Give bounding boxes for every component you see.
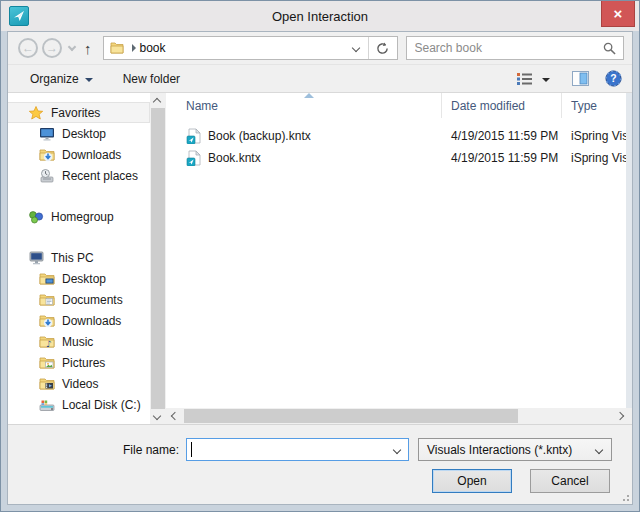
file-date: 4/19/2015 11:59 PM: [442, 129, 562, 143]
navigation-bar: ← → ↑ book: [8, 32, 632, 65]
sidebar-item-label: Desktop: [62, 272, 106, 286]
file-date: 4/19/2015 11:59 PM: [442, 151, 562, 165]
sidebar-item-homegroup[interactable]: Homegroup: [8, 206, 150, 227]
file-list: Name Date modified Type: [166, 93, 632, 424]
folder-icon: [109, 40, 125, 56]
sidebar-spacer: [8, 227, 150, 247]
file-name-input[interactable]: [187, 439, 408, 460]
sidebar-item-favorites[interactable]: Favorites: [8, 102, 150, 123]
sidebar-item-label: Downloads: [62, 148, 121, 162]
homegroup-icon: [28, 209, 44, 225]
column-header-type[interactable]: Type: [562, 93, 632, 118]
back-button[interactable]: ←: [18, 38, 38, 58]
sidebar-scrollbar[interactable]: [150, 93, 166, 424]
vertical-scrollbar-track[interactable]: [626, 93, 632, 408]
search-input[interactable]: [407, 37, 624, 59]
breadcrumb-location[interactable]: book: [140, 41, 166, 55]
videos-icon: [39, 376, 55, 392]
scroll-right-icon[interactable]: [616, 412, 624, 420]
star-icon: [28, 105, 44, 121]
scroll-down-icon[interactable]: [153, 412, 161, 420]
command-toolbar: Organize New folder: [8, 65, 632, 93]
sidebar-item-label: Music: [62, 335, 93, 349]
sort-ascending-icon: [304, 93, 314, 98]
sidebar-item-local-disk[interactable]: Local Disk (C:): [8, 394, 150, 415]
sidebar-item-label: Local Disk (C:): [62, 398, 141, 412]
address-dropdown-icon[interactable]: [351, 44, 359, 52]
sidebar-item-music[interactable]: ♪ Music: [8, 331, 150, 352]
computer-icon: [28, 250, 44, 266]
sidebar-item-label: Desktop: [62, 127, 106, 141]
preview-pane-icon: [572, 71, 589, 86]
change-view-button[interactable]: [517, 72, 550, 85]
documents-icon: [39, 292, 55, 308]
sidebar-item-label: Favorites: [51, 106, 100, 120]
desktop-icon: [39, 126, 55, 142]
history-dropdown-icon[interactable]: [68, 43, 76, 51]
column-header-date-modified[interactable]: Date modified: [442, 93, 562, 118]
help-button[interactable]: ?: [605, 70, 622, 87]
sidebar-item-downloads[interactable]: Downloads: [8, 144, 150, 165]
preview-pane-button[interactable]: [572, 71, 589, 86]
column-label: Type: [571, 99, 597, 113]
refresh-button[interactable]: [368, 37, 397, 59]
help-icon: ?: [605, 70, 622, 87]
scroll-up-icon[interactable]: [153, 98, 161, 106]
cancel-button[interactable]: Cancel: [530, 469, 610, 493]
refresh-icon: [376, 42, 389, 55]
sidebar-item-videos[interactable]: Videos: [8, 373, 150, 394]
svg-text:?: ?: [610, 73, 616, 84]
downloads-icon: [39, 147, 55, 163]
sidebar-item-pc-downloads[interactable]: Downloads: [8, 310, 150, 331]
sidebar-item-label: Pictures: [62, 356, 105, 370]
scrollbar-thumb[interactable]: [184, 409, 518, 423]
local-disk-icon: [39, 397, 55, 413]
column-label: Name: [186, 99, 218, 113]
file-name: Book (backup).kntx: [208, 129, 311, 143]
close-button[interactable]: ×: [601, 1, 635, 27]
horizontal-scrollbar[interactable]: [166, 408, 632, 424]
sidebar-item-pictures[interactable]: Pictures: [8, 352, 150, 373]
file-name-combobox[interactable]: [186, 438, 409, 461]
list-view-icon: [517, 72, 533, 85]
file-type: iSpring Visua: [562, 151, 632, 165]
sidebar-item-label: Homegroup: [51, 210, 114, 224]
new-folder-button[interactable]: New folder: [123, 72, 180, 86]
column-header-name[interactable]: Name: [166, 93, 442, 118]
resize-grip[interactable]: [620, 492, 629, 501]
organize-label: Organize: [30, 72, 79, 86]
search-icon: [603, 42, 616, 55]
file-type-dropdown-icon: [595, 446, 603, 454]
sidebar-item-desktop[interactable]: Desktop: [8, 123, 150, 144]
sidebar-item-this-pc[interactable]: This PC: [8, 247, 150, 268]
desktop-folder-icon: [39, 271, 55, 287]
sidebar-item-recent-places[interactable]: Recent places: [8, 165, 150, 186]
organize-menu[interactable]: Organize: [30, 72, 93, 86]
sidebar-item-label: Videos: [62, 377, 98, 391]
file-rows: Book (backup).kntx 4/19/2015 11:59 PM iS…: [166, 118, 632, 408]
breadcrumb[interactable]: book: [103, 36, 398, 60]
open-dialog-window: Open Interaction × ← → ↑ book: [0, 0, 640, 512]
file-type-select[interactable]: Visuals Interactions (*.kntx): [418, 438, 612, 461]
search-box[interactable]: [406, 36, 625, 60]
recent-places-icon: [39, 168, 55, 184]
scroll-left-icon[interactable]: [171, 412, 179, 420]
file-name: Book.kntx: [208, 151, 261, 165]
file-row-book-backup[interactable]: Book (backup).kntx 4/19/2015 11:59 PM iS…: [166, 125, 632, 147]
sidebar-item-documents[interactable]: Documents: [8, 289, 150, 310]
titlebar: Open Interaction ×: [1, 1, 639, 31]
file-row-book[interactable]: Book.kntx 4/19/2015 11:59 PM iSpring Vis…: [166, 147, 632, 169]
scrollbar-thumb[interactable]: [151, 108, 165, 409]
open-button[interactable]: Open: [432, 469, 512, 493]
forward-button[interactable]: →: [42, 38, 62, 58]
kntx-file-icon: [186, 128, 202, 144]
pictures-icon: [39, 355, 55, 371]
navigation-pane: Favorites Desktop: [8, 93, 150, 424]
main-area: Favorites Desktop: [8, 93, 632, 424]
up-button[interactable]: ↑: [84, 40, 92, 57]
sidebar-item-pc-desktop[interactable]: Desktop: [8, 268, 150, 289]
column-label: Date modified: [451, 99, 525, 113]
downloads-icon: [39, 313, 55, 329]
new-folder-label: New folder: [123, 72, 180, 86]
sidebar-item-label: Recent places: [62, 169, 138, 183]
